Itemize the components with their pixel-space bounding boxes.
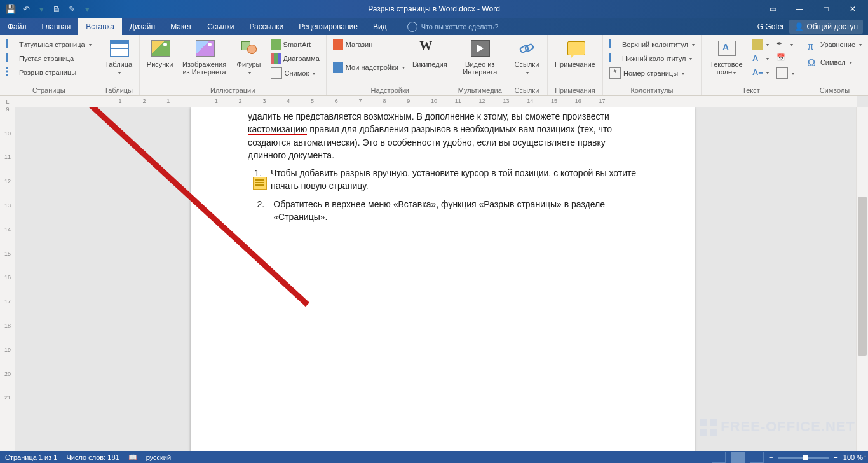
tab-review[interactable]: Рецензирование (291, 18, 365, 35)
online-pictures-button[interactable]: Изображения из Интернета (179, 38, 230, 77)
group-media-label: Мультимедиа (458, 85, 502, 94)
page-break-button[interactable]: Разрыв страницы (4, 66, 94, 79)
status-page[interactable]: Страница 1 из 1 (5, 453, 57, 461)
share-button[interactable]: 👤 Общий доступ (789, 20, 863, 34)
ribbon-options-icon[interactable]: ▭ (760, 0, 785, 18)
store-button[interactable]: Магазин (330, 38, 407, 52)
links-label: Ссылки (515, 60, 539, 68)
pictures-button[interactable]: Рисунки (144, 38, 177, 69)
blank-page-button[interactable]: Пустая страница (4, 52, 94, 66)
screenshot-button[interactable]: Снимок▾ (268, 66, 322, 81)
zoom-out-button[interactable]: − (769, 453, 773, 461)
bulb-icon (407, 22, 417, 32)
datetime-button[interactable]: 📅 (774, 52, 797, 66)
object-button[interactable]: ▾ (774, 66, 797, 81)
touch-mode-icon[interactable]: ✎ (66, 3, 78, 15)
tell-me-search[interactable]: Что вы хотите сделать? (407, 18, 499, 35)
textbox-label: Текстовое поле (710, 60, 743, 76)
tab-references[interactable]: Ссылки (200, 18, 241, 35)
dropcap-button[interactable]: A≡▾ (750, 66, 771, 79)
tab-mailings[interactable]: Рассылки (241, 18, 291, 35)
scrollbar-thumb[interactable] (858, 197, 867, 356)
minimize-button[interactable]: — (787, 0, 812, 18)
qat-more-icon[interactable]: ▾ (81, 3, 93, 15)
header-button[interactable]: Верхний колонтитул▾ (607, 38, 697, 52)
blank-page-label: Пустая страница (19, 55, 74, 62)
group-tables: Таблица▾ Таблицы (98, 35, 140, 95)
screenshot-icon (271, 67, 282, 79)
footer-icon (609, 53, 620, 64)
zoom-in-button[interactable]: + (834, 453, 837, 461)
group-symbols-label: Символы (805, 85, 864, 94)
textbox-button[interactable]: Текстовое поле▾ (705, 38, 747, 78)
print-layout-icon[interactable] (731, 452, 745, 463)
collapse-ribbon-icon[interactable]: ˄ (864, 455, 867, 462)
wikipedia-icon: W (419, 39, 440, 59)
tab-layout[interactable]: Макет (163, 18, 200, 35)
paragraph: удалить не представляется возможным. В д… (248, 110, 637, 162)
ribbon-tabs: Файл Главная Вставка Дизайн Макет Ссылки… (0, 18, 868, 35)
links-button[interactable]: Ссылки▾ (510, 38, 543, 78)
maximize-button[interactable]: □ (813, 0, 839, 18)
wikipedia-button[interactable]: W Википедия (410, 38, 450, 69)
zoom-slider[interactable] (778, 457, 829, 459)
pi-icon: π (808, 39, 818, 50)
tab-insert[interactable]: Вставка (78, 18, 122, 35)
footer-button[interactable]: Нижний колонтитул▾ (607, 52, 697, 66)
shapes-button[interactable]: Фигуры▾ (233, 38, 266, 78)
my-addins-label: Мои надстройки (346, 64, 398, 71)
group-comments-label: Примечания (552, 85, 599, 94)
window-title: Разрыв страницы в Word.docx - Word (0, 4, 868, 13)
status-language[interactable]: русский (146, 453, 171, 461)
group-symbols: πУравнение▾ ΩСимвол▾ Символы (801, 35, 868, 95)
table-button[interactable]: Таблица▾ (102, 38, 135, 78)
statusbar: Страница 1 из 1 Число слов: 181 📖 русски… (0, 451, 868, 463)
page-content[interactable]: удалить не представляется возможным. В д… (191, 110, 695, 223)
symbol-button[interactable]: ΩСимвол▾ (805, 55, 864, 69)
web-layout-icon[interactable] (750, 452, 764, 463)
vertical-scrollbar[interactable] (856, 107, 868, 451)
status-spellcheck-icon[interactable]: 📖 (128, 453, 137, 462)
list-text: Обратитесь в верхнее меню «Вставка», фун… (273, 198, 637, 224)
online-pictures-label: Изображения из Интернета (182, 60, 227, 76)
header-icon (609, 39, 620, 50)
group-links-label: Ссылки (510, 85, 543, 94)
wordart-button[interactable]: A▾ (750, 52, 771, 66)
new-doc-icon[interactable]: 🗎 (51, 3, 62, 15)
my-addins-button[interactable]: Мои надстройки▾ (330, 60, 407, 74)
comment-marker-icon[interactable] (253, 177, 267, 190)
status-word-count[interactable]: Число слов: 181 (66, 453, 119, 461)
signature-button[interactable]: ✒▾ (774, 38, 797, 52)
tab-view[interactable]: Вид (365, 18, 395, 35)
smartart-button[interactable]: SmartArt (268, 38, 322, 52)
group-headers-label: Колонтитулы (607, 85, 697, 94)
horizontal-ruler[interactable]: 1211234567891011121314151617 (15, 96, 857, 108)
tab-design[interactable]: Дизайн (122, 18, 163, 35)
document-area[interactable]: удалить не представляется возможным. В д… (15, 107, 857, 451)
equation-button[interactable]: πУравнение▾ (805, 38, 864, 52)
tab-home[interactable]: Главная (34, 18, 79, 35)
user-name[interactable]: G Goter (757, 22, 785, 31)
symbol-label: Символ (820, 59, 846, 66)
undo-icon[interactable]: ↶ (20, 3, 32, 15)
chart-button[interactable]: Диаграмма (268, 52, 322, 66)
dropcap-icon: A≡ (752, 67, 763, 78)
quick-parts-button[interactable]: ▾ (750, 38, 771, 52)
page-number-label: Номер страницы (623, 69, 678, 77)
tab-file[interactable]: Файл (0, 18, 34, 35)
comment-button[interactable]: Примечание (552, 38, 599, 69)
cover-page-button[interactable]: Титульная страница▾ (4, 38, 94, 52)
close-button[interactable]: ✕ (840, 0, 865, 18)
vertical-ruler[interactable]: 89101112131415161718192021 (0, 107, 16, 451)
save-icon[interactable]: 💾 (5, 3, 17, 15)
object-icon (776, 67, 788, 79)
tell-me-placeholder: Что вы хотите сделать? (421, 23, 499, 31)
online-video-button[interactable]: Видео из Интернета (458, 38, 502, 77)
page-number-button[interactable]: #Номер страницы▾ (607, 66, 697, 81)
comment-icon (565, 39, 585, 59)
read-mode-icon[interactable] (712, 452, 726, 463)
qat-sep: ▾ (36, 3, 47, 15)
header-label: Верхний колонтитул (622, 41, 688, 48)
zoom-level[interactable]: 100 % (843, 453, 863, 461)
page-break-label: Разрыв страницы (19, 69, 76, 76)
